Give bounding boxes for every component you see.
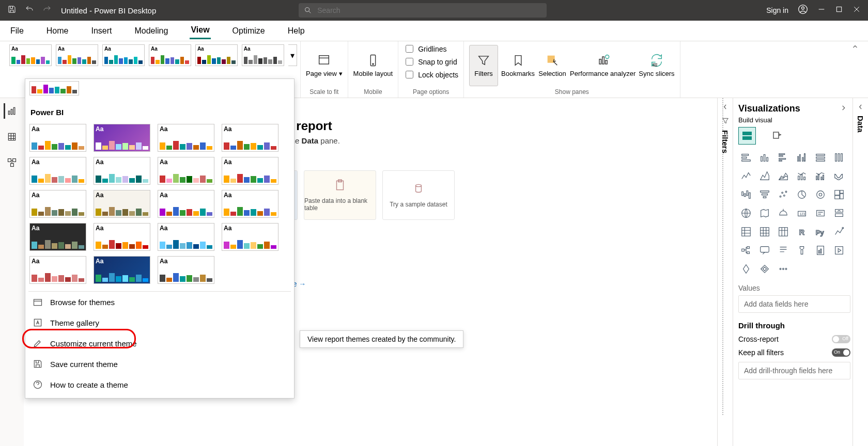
area-chart-icon[interactable] <box>757 168 772 184</box>
filters-pane-button[interactable]: Filters <box>469 45 498 86</box>
theme-thumb[interactable]: Aa <box>158 124 214 152</box>
line-clustered-icon[interactable] <box>813 168 828 184</box>
stacked-area-icon[interactable] <box>776 168 791 184</box>
tab-help[interactable]: Help <box>287 23 306 39</box>
kpi-icon[interactable] <box>738 224 754 240</box>
r-visual-icon[interactable]: R <box>794 224 810 240</box>
goals-icon[interactable] <box>794 243 810 258</box>
clustered-bar-icon[interactable] <box>776 150 791 165</box>
sync-slicers-button[interactable]: Sync slicers <box>639 45 674 86</box>
theme-thumb-current[interactable] <box>29 81 79 95</box>
data-pane-collapsed[interactable]: Data <box>853 98 868 446</box>
cross-report-toggle[interactable]: Off <box>832 335 850 343</box>
how-to-create-theme[interactable]: How to create a theme <box>28 374 291 395</box>
smart-narrative-icon[interactable] <box>776 243 791 258</box>
table-icon[interactable] <box>776 224 791 240</box>
line-column-icon[interactable] <box>794 168 810 184</box>
donut-chart-icon[interactable] <box>813 187 828 202</box>
stacked-bar-icon[interactable] <box>738 150 754 165</box>
theme-thumb[interactable]: Aa <box>222 124 278 152</box>
theme-thumb[interactable]: Aa <box>158 223 214 251</box>
map-icon[interactable] <box>738 205 754 221</box>
tab-file[interactable]: File <box>9 23 25 39</box>
search-box[interactable] <box>299 3 547 18</box>
values-field-well[interactable]: Add data fields here <box>738 295 850 313</box>
save-icon[interactable] <box>7 5 17 16</box>
maximize-icon[interactable] <box>835 5 843 15</box>
theme-thumb[interactable]: Aa <box>94 157 150 185</box>
power-apps-icon[interactable] <box>831 243 847 258</box>
theme-thumb[interactable]: Aa <box>102 44 145 66</box>
paginated-report-icon[interactable] <box>813 243 828 258</box>
theme-thumb[interactable]: Aa <box>9 44 52 66</box>
expand-icon[interactable] <box>840 103 847 114</box>
more-visuals-icon[interactable] <box>776 261 791 277</box>
keep-filters-toggle[interactable]: On <box>832 348 850 357</box>
profile-icon[interactable] <box>798 4 808 17</box>
theme-thumb[interactable]: Aa <box>94 124 150 152</box>
drill-through-field-well[interactable]: Add drill-through fields here <box>738 362 850 379</box>
theme-thumb[interactable]: Aa <box>94 223 150 251</box>
filled-map-icon[interactable] <box>757 205 772 221</box>
data-view-icon[interactable] <box>4 129 20 145</box>
scatter-chart-icon[interactable] <box>776 187 791 202</box>
theme-thumb[interactable]: Aa <box>149 44 191 66</box>
signin-button[interactable]: Sign in <box>766 6 788 14</box>
filters-pane-collapsed[interactable]: Filters <box>717 98 733 446</box>
power-automate-icon[interactable] <box>738 261 754 277</box>
card-paste-data[interactable]: Paste data into a blank table <box>304 170 376 220</box>
arcgis-icon[interactable] <box>757 261 772 277</box>
tab-modeling[interactable]: Modeling <box>133 23 169 39</box>
close-icon[interactable] <box>853 5 861 15</box>
gauge-icon[interactable]: 123 <box>794 205 810 221</box>
report-view-icon[interactable] <box>4 103 19 119</box>
theme-thumb[interactable]: Aa <box>29 223 86 251</box>
theme-thumb[interactable]: Aa <box>94 256 150 284</box>
multi-row-card-icon[interactable] <box>831 205 847 221</box>
theme-thumb[interactable]: Aa <box>29 124 86 152</box>
clustered-column-icon[interactable] <box>794 150 810 165</box>
theme-thumb[interactable]: Aa <box>94 190 150 218</box>
ribbon-collapse-icon[interactable] <box>851 43 859 52</box>
decomposition-tree-icon[interactable] <box>738 243 754 258</box>
stacked-column-icon[interactable] <box>757 150 772 165</box>
tab-home[interactable]: Home <box>45 23 70 39</box>
undo-icon[interactable] <box>25 5 34 16</box>
bookmarks-pane-button[interactable]: Bookmarks <box>501 45 535 86</box>
page-view-button[interactable]: Page view ▾ <box>306 45 343 86</box>
minimize-icon[interactable] <box>817 5 826 15</box>
waterfall-icon[interactable] <box>738 187 754 202</box>
line-chart-icon[interactable] <box>738 168 754 184</box>
theme-thumb[interactable]: Aa <box>158 190 214 218</box>
customize-current-theme[interactable]: Customize current theme <box>28 333 291 354</box>
hundred-bar-icon[interactable] <box>813 150 828 165</box>
mobile-layout-button[interactable]: Mobile layout <box>353 45 393 86</box>
theme-thumb[interactable]: Aa <box>222 157 278 185</box>
model-view-icon[interactable] <box>4 155 20 170</box>
ribbon-chart-icon[interactable] <box>831 168 847 184</box>
theme-thumb[interactable]: Aa <box>158 157 214 185</box>
key-influencers-icon[interactable] <box>831 224 847 240</box>
theme-thumb[interactable]: Aa <box>222 223 278 251</box>
gridlines-checkbox[interactable]: Gridlines <box>404 43 446 54</box>
redo-icon[interactable] <box>42 5 52 16</box>
performance-analyzer-button[interactable]: Performance analyzer <box>570 45 636 86</box>
browse-for-themes[interactable]: Browse for themes <box>28 292 291 312</box>
search-input[interactable] <box>316 6 541 15</box>
themes-dropdown[interactable]: ▾ <box>288 44 297 66</box>
selection-pane-button[interactable]: Selection <box>538 45 567 86</box>
theme-thumb[interactable]: Aa <box>195 44 238 66</box>
card-sample-dataset[interactable]: Try a sample dataset <box>382 170 455 220</box>
pie-chart-icon[interactable] <box>794 187 810 202</box>
treemap-icon[interactable] <box>831 187 847 202</box>
lock-objects-checkbox[interactable]: Lock objects <box>404 69 458 80</box>
theme-thumb[interactable]: Aa <box>222 190 278 218</box>
theme-thumb[interactable]: Aa <box>29 157 86 185</box>
theme-thumb[interactable]: Aa <box>158 256 214 284</box>
theme-thumb[interactable]: Aa <box>29 190 86 218</box>
format-visual-tab[interactable] <box>768 127 786 145</box>
azure-map-icon[interactable] <box>776 205 791 221</box>
tab-insert[interactable]: Insert <box>90 23 113 39</box>
tab-optimize[interactable]: Optimize <box>231 23 266 39</box>
hundred-column-icon[interactable] <box>831 150 847 165</box>
